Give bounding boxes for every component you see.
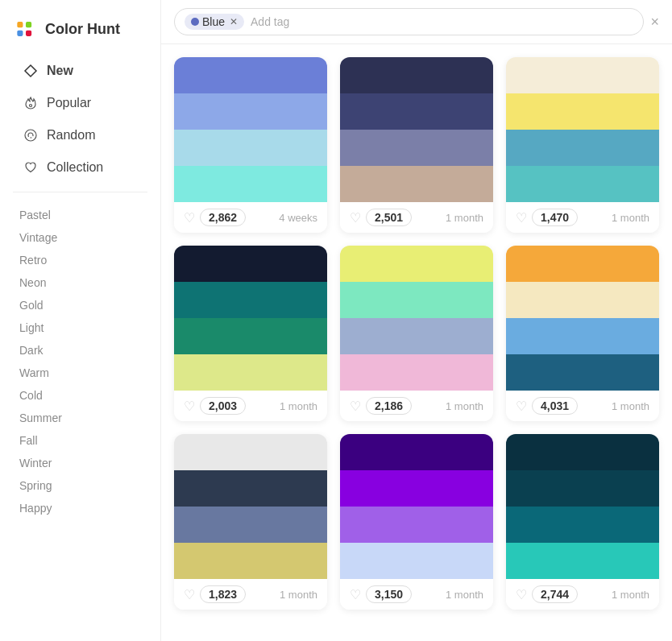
nav-random-label: Random xyxy=(47,128,95,143)
time-label-8: 1 month xyxy=(446,589,483,601)
palette-card-8[interactable]: ♡ 3,150 1 month xyxy=(340,434,493,610)
blue-tag-chip: Blue ✕ xyxy=(185,14,244,30)
swatch-9-4 xyxy=(506,543,659,579)
add-tag-placeholder[interactable]: Add tag xyxy=(251,15,633,28)
heart-nav-icon xyxy=(23,159,39,176)
svg-point-6 xyxy=(25,130,36,141)
swatch-5-2 xyxy=(340,282,493,318)
palette-footer-1: ♡ 2,862 4 weeks xyxy=(174,202,327,233)
like-count-2: 2,501 xyxy=(366,209,412,226)
swatch-6-4 xyxy=(506,354,659,391)
tag-happy[interactable]: Happy xyxy=(0,497,160,519)
swatch-6-1 xyxy=(506,246,659,282)
sidebar: Color Hunt New Popular xyxy=(0,0,161,641)
logo: Color Hunt xyxy=(0,10,160,55)
search-close-button[interactable]: × xyxy=(650,14,659,31)
like-count-5: 2,186 xyxy=(366,397,412,415)
swatch-2-2 xyxy=(340,93,493,130)
like-button-8[interactable]: ♡ 3,150 xyxy=(350,585,412,603)
swatch-7-4 xyxy=(174,543,327,579)
swatch-3-4 xyxy=(506,166,659,202)
tag-neon[interactable]: Neon xyxy=(0,271,160,294)
swatch-2-1 xyxy=(340,57,493,93)
like-count-8: 3,150 xyxy=(366,585,412,603)
tag-winter[interactable]: Winter xyxy=(0,452,160,474)
tag-retro[interactable]: Retro xyxy=(0,249,160,271)
like-count-4: 2,003 xyxy=(200,397,246,415)
heart-icon-2: ♡ xyxy=(350,210,361,225)
palette-grid: ♡ 2,862 4 weeks ♡ 2,501 1 month xyxy=(161,44,672,641)
nav-collection-label: Collection xyxy=(47,160,103,175)
swatch-5-4 xyxy=(340,354,493,391)
palette-card-5[interactable]: ♡ 2,186 1 month xyxy=(340,246,493,421)
like-button-2[interactable]: ♡ 2,501 xyxy=(350,209,412,226)
tag-spring[interactable]: Spring xyxy=(0,474,160,497)
swatch-8-3 xyxy=(340,507,493,543)
fire-icon xyxy=(23,95,39,111)
swatch-9-2 xyxy=(506,470,659,507)
swatch-1-2 xyxy=(174,93,327,130)
shuffle-icon xyxy=(23,127,39,143)
swatch-1-3 xyxy=(174,130,327,166)
palette-footer-4: ♡ 2,003 1 month xyxy=(174,391,327,421)
like-count-7: 1,823 xyxy=(200,585,246,603)
swatch-8-1 xyxy=(340,434,493,470)
time-label-7: 1 month xyxy=(280,589,317,601)
palette-card-3[interactable]: ♡ 1,470 1 month xyxy=(506,57,659,233)
logo-icon xyxy=(13,16,39,42)
tag-gold[interactable]: Gold xyxy=(0,294,160,316)
palette-card-4[interactable]: ♡ 2,003 1 month xyxy=(174,246,327,421)
swatch-5-1 xyxy=(340,246,493,282)
tag-light[interactable]: Light xyxy=(0,316,160,339)
palette-colors-6 xyxy=(506,246,659,391)
svg-rect-3 xyxy=(26,22,31,27)
nav-item-popular[interactable]: Popular xyxy=(6,87,154,119)
tag-warm[interactable]: Warm xyxy=(0,362,160,384)
palette-footer-3: ♡ 1,470 1 month xyxy=(506,202,659,233)
swatch-1-1 xyxy=(174,57,327,93)
palette-colors-3 xyxy=(506,57,659,202)
time-label-3: 1 month xyxy=(612,212,649,224)
like-button-3[interactable]: ♡ 1,470 xyxy=(516,209,578,226)
like-button-5[interactable]: ♡ 2,186 xyxy=(350,397,412,415)
palette-card-9[interactable]: ♡ 2,744 1 month xyxy=(506,434,659,610)
search-bar[interactable]: Blue ✕ Add tag xyxy=(174,8,644,35)
palette-card-6[interactable]: ♡ 4,031 1 month xyxy=(506,246,659,421)
nav-popular-label: Popular xyxy=(47,96,91,110)
palette-footer-8: ♡ 3,150 1 month xyxy=(340,579,493,610)
swatch-7-3 xyxy=(174,507,327,543)
app-title: Color Hunt xyxy=(45,21,120,38)
swatch-3-3 xyxy=(506,130,659,166)
tag-summer[interactable]: Summer xyxy=(0,407,160,429)
nav-item-new[interactable]: New xyxy=(6,55,154,87)
svg-rect-0 xyxy=(13,16,39,42)
tag-dark[interactable]: Dark xyxy=(0,339,160,362)
blue-tag-dot xyxy=(191,18,199,26)
nav-item-random[interactable]: Random xyxy=(6,119,154,151)
palette-footer-5: ♡ 2,186 1 month xyxy=(340,391,493,421)
tag-list: Pastel Vintage Retro Neon Gold Light Dar… xyxy=(0,201,160,523)
tag-fall[interactable]: Fall xyxy=(0,429,160,452)
time-label-4: 1 month xyxy=(280,400,317,412)
heart-icon-5: ♡ xyxy=(350,399,361,414)
palette-card-2[interactable]: ♡ 2,501 1 month xyxy=(340,57,493,233)
tag-cold[interactable]: Cold xyxy=(0,384,160,407)
tag-vintage[interactable]: Vintage xyxy=(0,226,160,249)
like-button-7[interactable]: ♡ 1,823 xyxy=(184,585,246,603)
like-button-4[interactable]: ♡ 2,003 xyxy=(184,397,246,415)
heart-icon-7: ♡ xyxy=(184,587,195,602)
palette-footer-6: ♡ 4,031 1 month xyxy=(506,391,659,421)
palette-card-7[interactable]: ♡ 1,823 1 month xyxy=(174,434,327,610)
tag-chip-close[interactable]: ✕ xyxy=(230,16,238,27)
like-button-9[interactable]: ♡ 2,744 xyxy=(516,585,578,603)
svg-rect-2 xyxy=(17,31,23,36)
tag-pastel[interactable]: Pastel xyxy=(0,204,160,226)
palette-footer-7: ♡ 1,823 1 month xyxy=(174,579,327,610)
palette-card-1[interactable]: ♡ 2,862 4 weeks xyxy=(174,57,327,233)
swatch-2-4 xyxy=(340,166,493,202)
swatch-7-1 xyxy=(174,434,327,470)
main-content: Blue ✕ Add tag × ♡ 2,862 4 weeks xyxy=(161,0,672,641)
like-button-6[interactable]: ♡ 4,031 xyxy=(516,397,578,415)
nav-item-collection[interactable]: Collection xyxy=(6,151,154,184)
like-button-1[interactable]: ♡ 2,862 xyxy=(184,209,246,226)
